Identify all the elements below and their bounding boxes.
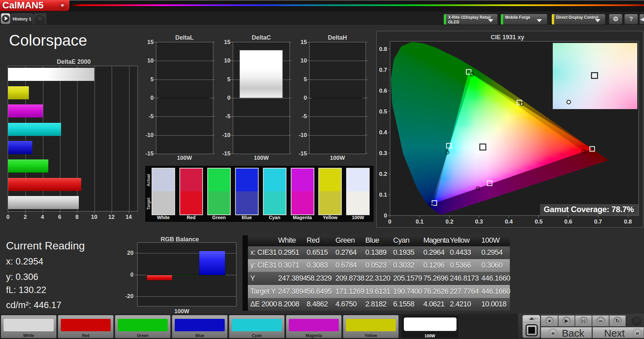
svg-text:0.4: 0.4 (505, 219, 513, 225)
svg-text:Gamut Coverage: 78.7%: Gamut Coverage: 78.7% (544, 205, 634, 214)
svg-text:0.7: 0.7 (379, 67, 387, 73)
svg-text:0.8: 0.8 (624, 219, 632, 225)
svg-text:CIE 1931 xy: CIE 1931 xy (491, 34, 524, 41)
svg-text:0.6: 0.6 (564, 219, 572, 225)
svg-text:0.3: 0.3 (379, 150, 387, 156)
svg-text:0.1: 0.1 (379, 192, 387, 198)
svg-text:0: 0 (384, 212, 387, 219)
svg-text:0: 0 (388, 219, 391, 225)
svg-text:0.3: 0.3 (475, 219, 483, 225)
svg-text:0.8: 0.8 (379, 46, 387, 52)
svg-text:0.5: 0.5 (379, 108, 387, 115)
svg-text:0.5: 0.5 (535, 219, 543, 225)
svg-text:0.2: 0.2 (445, 219, 453, 225)
svg-text:0.1: 0.1 (416, 219, 424, 225)
svg-text:0.6: 0.6 (379, 88, 387, 94)
svg-text:0.4: 0.4 (379, 129, 387, 136)
svg-text:0.7: 0.7 (594, 219, 602, 225)
svg-text:0.2: 0.2 (379, 171, 387, 177)
